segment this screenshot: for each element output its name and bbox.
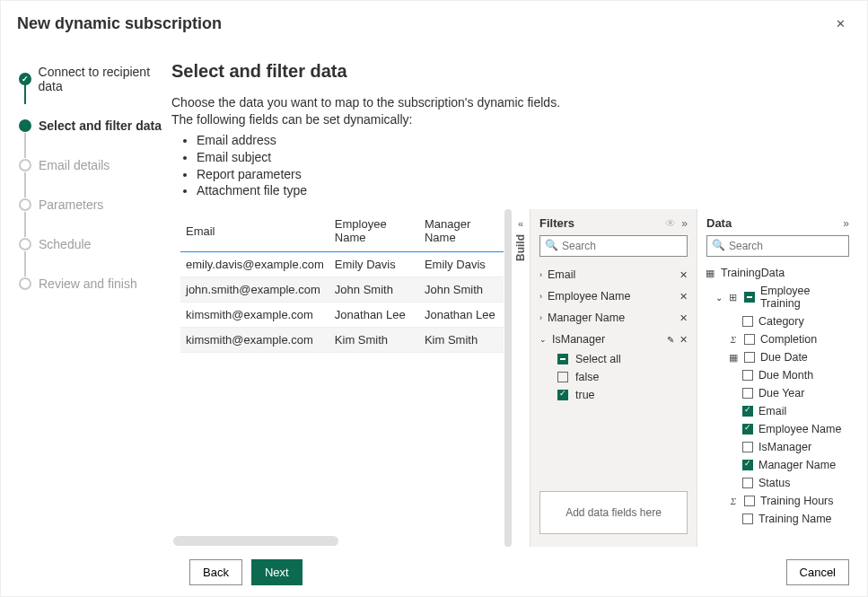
field-checkbox[interactable] bbox=[742, 388, 753, 399]
field-checkbox[interactable] bbox=[742, 424, 753, 435]
step-dot-icon bbox=[19, 119, 31, 132]
checkbox[interactable] bbox=[557, 354, 568, 364]
field-manager-name[interactable]: Manager Name bbox=[703, 456, 853, 474]
filters-dropzone[interactable]: Add data fields here bbox=[539, 491, 688, 534]
filter-ismanager[interactable]: ⌄IsManager✎✕ bbox=[530, 329, 697, 350]
chevron-icon: › bbox=[539, 270, 542, 279]
chevron-icon: › bbox=[539, 313, 542, 322]
bullet-item: Email subject bbox=[197, 149, 566, 166]
step-dot-icon bbox=[19, 277, 31, 290]
filters-panel: Filters 👁 » 🔍 ›Email✕›Employee Name✕›Man… bbox=[530, 209, 697, 547]
checkbox[interactable] bbox=[557, 372, 568, 382]
filter-manager-name[interactable]: ›Manager Name✕ bbox=[530, 307, 697, 329]
close-icon[interactable]: ✕ bbox=[830, 13, 851, 34]
step-dot-icon bbox=[19, 73, 31, 85]
field-training-name[interactable]: Training Name bbox=[703, 510, 853, 528]
table-node[interactable]: ⌄ ⊞ Employee Training bbox=[703, 282, 853, 312]
field-checkbox[interactable] bbox=[742, 406, 753, 417]
instruction-text: Choose the data you want to map to the s… bbox=[171, 94, 566, 199]
back-button[interactable]: Back bbox=[189, 559, 242, 585]
sum-icon: Σ bbox=[728, 496, 739, 506]
field-ismanager[interactable]: IsManager bbox=[703, 438, 853, 456]
dialog-title: New dynamic subscription bbox=[17, 14, 222, 33]
bullet-item: Attachment file type bbox=[197, 182, 566, 199]
field-due-year[interactable]: Due Year bbox=[703, 384, 853, 402]
step-email-details[interactable]: Email details bbox=[19, 158, 171, 172]
expand-data-icon[interactable]: » bbox=[843, 217, 849, 230]
field-category[interactable]: Category bbox=[703, 312, 853, 330]
chevron-down-icon: ⌄ bbox=[715, 293, 723, 303]
field-due-date[interactable]: ▦Due Date bbox=[703, 348, 853, 366]
column-header[interactable]: Manager Name bbox=[419, 210, 504, 252]
wizard-steps: Connect to recipient dataSelect and filt… bbox=[1, 43, 171, 548]
filter-option[interactable]: false bbox=[530, 368, 697, 386]
data-title: Data bbox=[706, 216, 732, 230]
filter-employee-name[interactable]: ›Employee Name✕ bbox=[530, 285, 697, 307]
step-dot-icon bbox=[19, 198, 31, 211]
step-dot-icon bbox=[19, 159, 31, 171]
table-checkbox[interactable] bbox=[744, 292, 755, 303]
step-parameters[interactable]: Parameters bbox=[19, 198, 171, 212]
chevron-icon: › bbox=[539, 292, 542, 301]
step-schedule[interactable]: Schedule bbox=[19, 237, 171, 251]
build-pane-tab[interactable]: « Build bbox=[512, 209, 530, 547]
calendar-icon: ▦ bbox=[728, 352, 739, 364]
field-checkbox[interactable] bbox=[742, 514, 753, 524]
step-select-and-filter-data[interactable]: Select and filter data bbox=[19, 119, 171, 133]
filter-email[interactable]: ›Email✕ bbox=[530, 264, 697, 285]
field-checkbox[interactable] bbox=[742, 478, 753, 488]
table-row[interactable]: emily.davis@example.comEmily DavisEmily … bbox=[180, 252, 504, 277]
data-search-input[interactable] bbox=[706, 235, 849, 257]
field-status[interactable]: Status bbox=[703, 474, 853, 492]
field-employee-name[interactable]: Employee Name bbox=[703, 420, 853, 438]
field-due-month[interactable]: Due Month bbox=[703, 366, 853, 384]
step-review-and-finish[interactable]: Review and finish bbox=[19, 277, 171, 291]
filters-visibility-icon[interactable]: 👁 bbox=[665, 217, 676, 230]
chevron-icon: ⌄ bbox=[539, 335, 547, 344]
search-icon: 🔍 bbox=[712, 239, 725, 251]
search-icon: 🔍 bbox=[545, 239, 558, 251]
page-title: Select and filter data bbox=[171, 61, 860, 82]
bullet-item: Report parameters bbox=[197, 166, 566, 183]
step-connect-to-recipient-data[interactable]: Connect to recipient data bbox=[19, 65, 171, 93]
filters-title: Filters bbox=[539, 216, 574, 230]
expand-filters-icon[interactable]: » bbox=[681, 217, 688, 230]
step-dot-icon bbox=[19, 238, 31, 250]
table-row[interactable]: kimsmith@example.comJonathan LeeJonathan… bbox=[180, 303, 504, 328]
remove-filter-icon[interactable]: ✕ bbox=[679, 269, 688, 280]
vertical-scrollbar[interactable] bbox=[504, 209, 512, 547]
filter-option[interactable]: Select all bbox=[530, 350, 697, 368]
next-button[interactable]: Next bbox=[251, 559, 302, 585]
remove-filter-icon[interactable]: ✕ bbox=[679, 291, 688, 302]
remove-filter-icon[interactable]: ✕ bbox=[679, 312, 688, 323]
field-checkbox[interactable] bbox=[742, 442, 753, 452]
field-completion[interactable]: ΣCompletion bbox=[703, 330, 853, 348]
field-checkbox[interactable] bbox=[742, 370, 753, 381]
column-header[interactable]: Email bbox=[180, 210, 329, 252]
field-checkbox[interactable] bbox=[742, 316, 753, 327]
checkbox[interactable] bbox=[557, 390, 568, 400]
filters-search-input[interactable] bbox=[539, 235, 688, 257]
edit-icon[interactable]: ✎ bbox=[667, 335, 674, 345]
data-preview-table: EmailEmployee NameManager Nameemily.davi… bbox=[172, 209, 504, 547]
field-checkbox[interactable] bbox=[742, 460, 753, 470]
horizontal-scrollbar[interactable] bbox=[173, 536, 338, 546]
sum-icon: Σ bbox=[728, 334, 739, 345]
column-header[interactable]: Employee Name bbox=[329, 210, 419, 252]
table-icon: ⊞ bbox=[728, 292, 739, 303]
field-checkbox[interactable] bbox=[744, 496, 755, 506]
field-email[interactable]: Email bbox=[703, 402, 853, 420]
field-training-hours[interactable]: ΣTraining Hours bbox=[703, 492, 853, 510]
cancel-button[interactable]: Cancel bbox=[786, 559, 849, 585]
table-row[interactable]: kimsmith@example.comKim SmithKim Smith bbox=[180, 328, 504, 353]
field-checkbox[interactable] bbox=[744, 352, 755, 363]
collapse-build-icon[interactable]: « bbox=[518, 218, 523, 229]
dialog-header: New dynamic subscription ✕ bbox=[1, 1, 867, 43]
remove-filter-icon[interactable]: ✕ bbox=[679, 334, 688, 345]
dataset-node[interactable]: ▦ TrainingData bbox=[703, 264, 853, 282]
field-checkbox[interactable] bbox=[744, 334, 755, 345]
table-row[interactable]: john.smith@example.comJohn SmithJohn Smi… bbox=[180, 277, 504, 303]
dialog-new-dynamic-subscription: New dynamic subscription ✕ Connect to re… bbox=[0, 0, 868, 597]
data-panel: Data » 🔍 ▦ TrainingData ⌄ bbox=[697, 209, 858, 547]
filter-option[interactable]: true bbox=[530, 386, 697, 404]
